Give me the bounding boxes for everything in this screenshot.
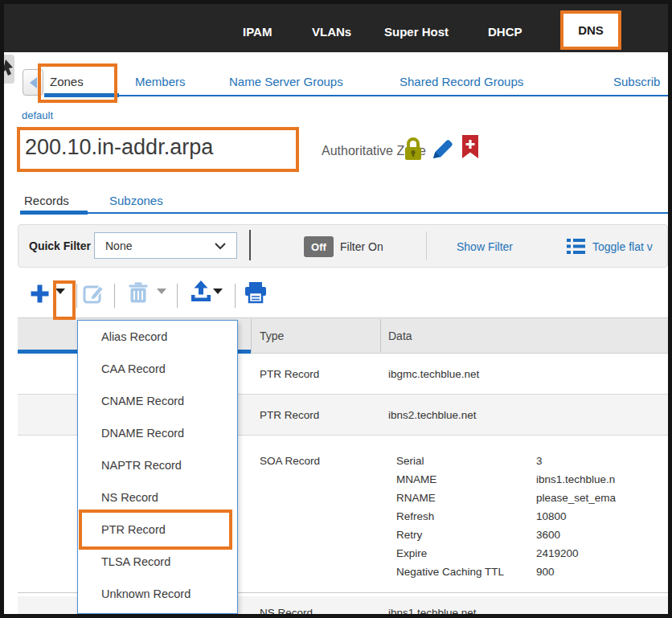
quick-filter-label: Quick Filter — [29, 239, 91, 252]
zones-tab-underline — [44, 93, 119, 97]
filter-toggle-button[interactable]: Off — [304, 236, 334, 257]
column-header-data[interactable]: Data — [388, 329, 412, 342]
soa-key: MNAME — [396, 473, 436, 485]
edit-icon — [83, 282, 105, 305]
trash-icon — [129, 282, 148, 304]
soa-key: Serial — [396, 455, 424, 467]
record-type: PTR Record — [260, 409, 319, 421]
print-button[interactable] — [244, 282, 267, 307]
caret-down-icon — [213, 289, 223, 308]
column-header-type[interactable]: Type — [260, 329, 284, 342]
tab-zones[interactable]: Zones — [50, 75, 84, 88]
record-type: SOA Record — [260, 455, 320, 467]
menu-item-dname-record[interactable]: DNAME Record — [78, 417, 237, 449]
column-divider — [380, 319, 381, 352]
soa-key: Retry — [396, 529, 422, 541]
topbar-tab-dhcp[interactable]: DHCP — [488, 25, 522, 39]
toolbar-divider — [235, 284, 236, 308]
tab-records[interactable]: Records — [24, 194, 69, 207]
caret-down-icon — [157, 289, 166, 308]
toolbar-divider — [76, 284, 77, 308]
record-data: ibgmc.techblue.net — [388, 368, 479, 380]
soa-key: RNAME — [396, 492, 436, 504]
tab-subzones[interactable]: Subzones — [109, 194, 163, 207]
quick-filter-value: None — [105, 239, 132, 252]
topbar-tab-vlans[interactable]: VLANs — [312, 25, 351, 39]
lock-icon — [403, 137, 424, 165]
toolbar-divider — [114, 284, 115, 308]
soa-value: 10800 — [536, 510, 567, 522]
soa-value: 2419200 — [536, 547, 579, 559]
toolbar-divider — [177, 284, 178, 308]
column-divider — [251, 319, 252, 352]
show-filter-link[interactable]: Show Filter — [457, 240, 513, 253]
printer-icon — [244, 282, 267, 304]
tab-name-server-groups[interactable]: Name Server Groups — [229, 75, 343, 88]
filter-divider-2 — [426, 231, 427, 260]
delete-dropdown-button[interactable] — [157, 294, 166, 309]
record-type: NS Record — [260, 607, 313, 618]
tab-members[interactable]: Members — [135, 75, 186, 88]
toggle-flat-view-link[interactable]: Toggle flat v — [592, 240, 653, 253]
record-type: PTR Record — [260, 368, 319, 380]
filter-on-label: Filter On — [340, 240, 383, 253]
soa-value: 900 — [536, 566, 555, 578]
soa-value: ibns1.techblue.n — [536, 473, 615, 485]
zone-title: 200.10.in-addr.arpa — [25, 135, 213, 160]
soa-value: 3600 — [536, 529, 560, 541]
delete-record-button[interactable] — [129, 282, 148, 307]
caret-down-icon — [55, 289, 65, 308]
tab-subscriber[interactable]: Subscrib — [613, 75, 660, 88]
tab-shared-record-groups[interactable]: Shared Record Groups — [400, 75, 523, 88]
menu-item-caa-record[interactable]: CAA Record — [78, 353, 237, 385]
menu-item-unknown-record[interactable]: Unknown Record — [78, 578, 237, 610]
upload-icon — [190, 280, 212, 302]
filter-divider — [249, 230, 251, 260]
chevron-left-icon — [30, 77, 37, 88]
clipped-panel-icon — [4, 55, 14, 84]
flat-view-list-icon — [567, 239, 585, 257]
soa-key: Refresh — [396, 510, 434, 522]
add-record-button[interactable] — [30, 284, 50, 307]
export-dropdown-button[interactable] — [213, 294, 223, 309]
soa-key: Expire — [396, 547, 427, 559]
add-record-menu: Alias Record CAA Record CNAME Record DNA… — [77, 320, 238, 614]
tabbar-underline — [119, 95, 668, 96]
quick-filter-select[interactable]: None — [94, 232, 237, 259]
tab-scroll-left-button[interactable] — [23, 69, 43, 96]
menu-item-naptr-record[interactable]: NAPTR Record — [78, 449, 237, 481]
menu-item-tlsa-record[interactable]: TLSA Record — [78, 546, 237, 578]
viewtab-underline — [88, 212, 668, 214]
soa-value: please_set_ema — [536, 492, 616, 504]
menu-item-alias-record[interactable]: Alias Record — [78, 321, 237, 353]
records-tab-underline — [20, 211, 88, 215]
plus-icon — [30, 284, 50, 304]
chevron-down-icon — [215, 243, 226, 250]
import-export-button[interactable] — [190, 280, 212, 305]
add-record-dropdown-button[interactable] — [55, 294, 65, 309]
topbar-tab-ipam[interactable]: IPAM — [243, 25, 272, 39]
pencil-icon[interactable] — [431, 137, 455, 164]
breadcrumb-default[interactable]: default — [22, 109, 53, 121]
app-window: IPAM VLANs Super Host DHCP DNS Zones Mem… — [0, 0, 672, 618]
record-data: ibns2.techblue.net — [388, 409, 477, 421]
menu-item-cname-record[interactable]: CNAME Record — [78, 385, 237, 417]
soa-value: 3 — [536, 455, 543, 467]
soa-key: Negative Caching TTL — [396, 566, 504, 578]
menu-item-ptr-record[interactable]: PTR Record — [78, 514, 237, 546]
bookmark-add-icon[interactable] — [461, 135, 480, 163]
topbar-tab-super-host[interactable]: Super Host — [384, 25, 449, 39]
menu-item-ns-record[interactable]: NS Record — [78, 481, 237, 514]
topbar-tab-dns[interactable]: DNS — [560, 10, 621, 50]
edit-record-button[interactable] — [83, 282, 105, 308]
record-data: ibns1.techblue.net — [388, 607, 477, 618]
